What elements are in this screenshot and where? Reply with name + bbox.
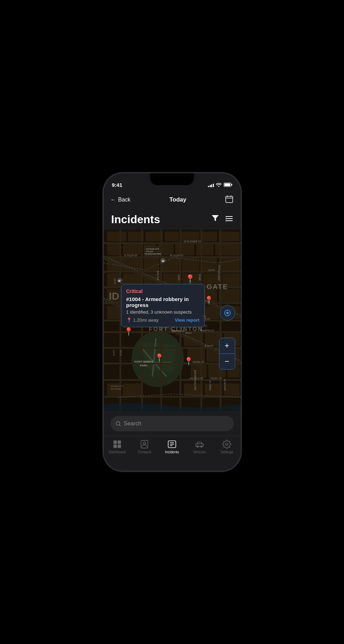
nav-item-incidents[interactable]: Incidents	[162, 440, 182, 454]
zoom-in-button[interactable]: +	[219, 338, 235, 353]
incident-pin-blue-1[interactable]: 📍	[204, 296, 214, 305]
svg-text:PERRY ST: PERRY ST	[210, 377, 222, 380]
svg-text:ANGEL ST: ANGEL ST	[193, 361, 205, 363]
incident-popup: Critical #1004 - Armed robbery in progre…	[121, 284, 205, 327]
svg-point-12	[225, 220, 226, 221]
svg-text:MARTIN ST: MARTIN ST	[172, 330, 185, 332]
nav-item-settings[interactable]: Settings	[216, 440, 237, 454]
battery-icon	[224, 183, 232, 188]
nav-item-dashboard-label: Dashboard	[109, 450, 126, 454]
svg-rect-3	[226, 196, 233, 203]
svg-text:O ST: O ST	[121, 278, 123, 284]
dashboard-icon	[113, 440, 122, 449]
svg-rect-71	[224, 383, 240, 396]
svg-text:22 ST: 22 ST	[208, 269, 215, 271]
popup-severity-label: Critical	[126, 288, 200, 294]
svg-point-11	[225, 218, 226, 219]
svg-text:AMSTERDAM: AMSTERDAM	[218, 265, 220, 280]
back-button[interactable]: ← Back	[111, 197, 131, 203]
search-placeholder: Search	[124, 420, 142, 427]
svg-text:SAINT MARYS: SAINT MARYS	[134, 360, 153, 363]
svg-point-10	[225, 216, 226, 217]
bottom-nav: Dashboard Contacts Incidents	[104, 436, 241, 471]
location-button[interactable]	[220, 305, 235, 321]
svg-rect-22	[123, 243, 142, 255]
nav-item-incidents-label: Incidents	[165, 450, 179, 454]
svg-text:RA HOUSE: RA HOUSE	[111, 388, 121, 390]
svg-text:PARK ST: PARK ST	[209, 380, 211, 390]
svg-rect-146	[118, 440, 121, 444]
calendar-button[interactable]	[225, 195, 233, 205]
svg-text:M: M	[118, 280, 120, 282]
svg-text:POLICE: POLICE	[146, 250, 153, 253]
svg-text:N ST: N ST	[114, 278, 116, 284]
status-icons	[208, 183, 232, 188]
svg-rect-1	[231, 184, 232, 186]
popup-footer: 📍 1.20mi away View report	[126, 317, 200, 323]
svg-text:ID: ID	[109, 290, 119, 302]
nav-title: Today	[169, 196, 186, 203]
map-area[interactable]: W FLOWER ST E TULIP ST W TULIP ST 22 ST …	[104, 230, 241, 411]
incidents-icon	[167, 440, 177, 449]
nav-item-contacts-label: Contacts	[138, 450, 151, 454]
nav-item-vehicles[interactable]: Vehicles	[189, 440, 210, 454]
popup-distance: 📍 1.20mi away	[126, 317, 159, 323]
search-wrapper[interactable]: Search	[111, 416, 234, 431]
svg-rect-21	[107, 243, 121, 255]
incident-pin-yellow-2[interactable]: 📍	[184, 357, 193, 366]
vehicles-icon	[195, 440, 204, 449]
svg-rect-20	[219, 232, 240, 241]
svg-point-138	[226, 312, 228, 314]
svg-text:W FLOWER ST: W FLOWER ST	[184, 240, 201, 243]
svg-text:ROSI: ROSI	[186, 332, 192, 334]
notch	[150, 173, 194, 185]
svg-text:4TH AVE: 4TH AVE	[157, 270, 159, 280]
svg-text:N ST: N ST	[113, 350, 115, 356]
incident-pin-critical[interactable]: 📍	[185, 274, 195, 284]
svg-text:GATE: GATE	[207, 283, 228, 291]
zoom-out-button[interactable]: −	[219, 354, 235, 369]
popup-title: #1004 - Armed robbery in progress	[126, 296, 200, 308]
location-icon: 📍	[126, 317, 132, 323]
svg-rect-19	[201, 232, 217, 241]
svg-text:GOTHAM CITY: GOTHAM CITY	[146, 248, 159, 250]
contacts-icon	[140, 440, 149, 449]
phone-frame: 9:41 ←	[104, 173, 241, 471]
nav-item-contacts[interactable]: Contacts	[134, 440, 155, 454]
svg-text:ASTOR PL: ASTOR PL	[224, 378, 226, 390]
svg-text:E 14 ST: E 14 ST	[205, 345, 214, 347]
svg-rect-25	[175, 243, 194, 255]
nav-item-settings-label: Settings	[220, 450, 233, 454]
svg-text:MON: MON	[178, 275, 180, 280]
svg-text:HEADQUARTERS: HEADQUARTERS	[145, 253, 161, 255]
list-view-button[interactable]	[225, 215, 233, 224]
signal-bars-icon	[208, 184, 214, 187]
svg-text:E TULIP ST: E TULIP ST	[125, 254, 138, 257]
incident-pin-red-2[interactable]: 📍	[124, 327, 133, 336]
svg-text:BRUC: BRUC	[199, 273, 201, 280]
status-time: 9:41	[112, 182, 122, 188]
svg-point-158	[226, 443, 228, 446]
svg-rect-145	[113, 440, 117, 444]
back-arrow-icon: ←	[111, 197, 116, 203]
svg-rect-64	[191, 364, 207, 378]
svg-rect-68	[123, 383, 142, 396]
svg-rect-69	[184, 383, 203, 396]
svg-text:AMSTERDAM AVE: AMSTERDAM AVE	[194, 369, 196, 390]
incident-pin-blue-2[interactable]: 📍	[155, 353, 164, 363]
svg-point-150	[143, 442, 146, 445]
svg-rect-2	[224, 183, 230, 186]
page-title: Incidents	[111, 213, 160, 226]
wifi-icon	[216, 183, 222, 188]
svg-rect-18	[180, 232, 200, 241]
nav-bar: ← Back Today	[104, 191, 241, 209]
settings-icon	[222, 440, 231, 449]
nav-item-dashboard[interactable]: Dashboard	[107, 440, 128, 454]
svg-rect-17	[165, 232, 179, 241]
svg-text:W TULIP ST: W TULIP ST	[170, 254, 184, 257]
view-report-button[interactable]: View report	[175, 317, 200, 323]
svg-text:MARTIN ST: MARTIN ST	[201, 329, 215, 332]
page-actions	[211, 215, 233, 224]
svg-point-143	[116, 422, 120, 425]
filter-button[interactable]	[211, 215, 219, 224]
